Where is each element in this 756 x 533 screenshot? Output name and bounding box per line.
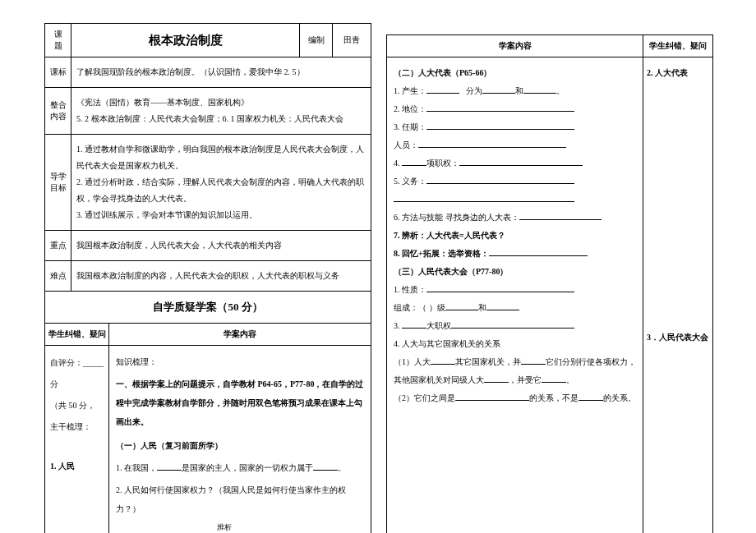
compiler-value: 田青	[333, 24, 371, 57]
blank	[489, 249, 588, 256]
s3-1b: 组成：（ ）级和	[394, 299, 636, 317]
blank	[431, 357, 455, 365]
kebiao-label: 课标	[45, 57, 71, 87]
zhongdian-content: 我国根本政治制度，人民代表大会，人大代表的相关内容	[71, 231, 371, 260]
side-n2: 2. 人大代表	[647, 64, 709, 82]
bl-2: （共 50 分，	[50, 395, 104, 416]
r-body-row: （二）人大代表（P65-66） 1. 产生： 分为和。 2. 地位： 3. 任期…	[387, 57, 712, 533]
blank	[426, 285, 574, 292]
s2-4b: 项职权：	[426, 159, 459, 168]
daoxue-label: 导学 目标	[45, 135, 71, 230]
blank	[402, 321, 426, 329]
s2-3-lbl: 3. 任期：	[394, 122, 426, 131]
blank	[426, 177, 574, 184]
blank	[313, 463, 338, 471]
zhenghe-content: 《宪法（国情）教育——基本制度、国家机构》 5. 2 根本政治制度：人民代表大会…	[71, 88, 371, 134]
br-3: （一）人民（复习前面所学）	[116, 436, 364, 455]
zhenghe-line2: 5. 2 根本政治制度：人民代表大会制度；6. 1 国家权力机关：人民代表大会	[76, 111, 366, 127]
br-4-pre: 1. 在我国，	[116, 463, 157, 472]
row-kebiao: 课标 了解我国现阶段的根本政治制度。（认识国情，爱我中华 2. 5）	[45, 57, 371, 88]
s3-42: （2）它们之间是的关系，不是的关系。	[394, 389, 636, 407]
blank	[484, 375, 509, 383]
row-daoxue: 导学 目标 1. 通过教材自学和微课助学，明白我国的根本政治制度是人民代表大会制…	[45, 135, 371, 231]
sub-header-left: 学生纠错、疑问	[45, 324, 109, 345]
blank	[455, 393, 529, 401]
blank	[523, 86, 556, 94]
s3-3a: 3.	[394, 321, 402, 330]
s2-5-lbl: 5. 义务：	[394, 177, 426, 186]
blank	[418, 140, 566, 148]
nandian-content: 我国根本政治制度的内容，人民代表大会的职权，人大代表的职权与义务	[71, 261, 371, 291]
s2-7: 7. 辨析：人大代表=人民代表？	[394, 227, 636, 245]
s3-title: （三）人民代表大会（P77-80）	[394, 263, 636, 281]
sub-header-row: 学生纠错、疑问 学案内容	[45, 324, 371, 346]
spacer	[116, 518, 364, 533]
s3-41d: ，并受它	[509, 375, 542, 384]
daoxue-line3: 3. 通过训练展示，学会对本节课的知识加以运用。	[76, 207, 366, 223]
body-left: 自评分：_____分 （共 50 分， 主干梳理： 1. 人民	[45, 346, 109, 533]
s2-3: 3. 任期：	[394, 118, 636, 136]
br-1: 知识梳理：	[116, 352, 364, 371]
br-2: 一、根据学案上的问题提示，自学教材 P64-65，P77-80，在自学的过程中完…	[116, 374, 364, 431]
body-right: 知识梳理： 一、根据学案上的问题提示，自学教材 P64-65，P77-80，在自…	[109, 346, 371, 533]
blank	[445, 303, 478, 310]
nandian-label: 难点	[45, 261, 71, 291]
s3-1c: 和	[478, 303, 486, 312]
side-n3: 3．人民代表大会	[647, 329, 709, 347]
blank	[521, 357, 546, 365]
header-row: 课 题 根本政治制度 编制 田青	[45, 24, 371, 57]
s2-1: 1. 产生： 分为和。	[394, 82, 636, 100]
s3-4: 4. 人大与其它国家机关的关系	[394, 335, 636, 353]
blank	[402, 159, 426, 166]
s3-42a: （2）它们之间是	[394, 393, 455, 402]
r-header-main: 学案内容	[387, 35, 643, 57]
blank	[394, 195, 574, 202]
r-body-main: （二）人大代表（P65-66） 1. 产生： 分为和。 2. 地位： 3. 任期…	[387, 57, 643, 533]
sub-header-right: 学案内容	[109, 324, 371, 345]
row-zhongdian: 重点 我国根本政治制度，人民代表大会，人大代表的相关内容	[45, 231, 371, 261]
s2-6: 6. 方法与技能 寻找身边的人大表：	[394, 209, 636, 227]
s2-3b: 人员：	[394, 136, 636, 154]
r-body-side: 2. 人大代表 3．人民代表大会	[643, 57, 712, 533]
body-row: 自评分：_____分 （共 50 分， 主干梳理： 1. 人民 知识梳理： 一、…	[45, 346, 371, 533]
s3-3: 3. 大职权	[394, 317, 636, 335]
r-header-side: 学生纠错、疑问	[643, 35, 712, 57]
s3-41: （1）人大其它国家机关，并它们分别行使各项权力，其他国家机关对同级人大，并受它。	[394, 353, 636, 389]
daoxue-content: 1. 通过教材自学和微课助学，明白我国的根本政治制度是人民代表大会制度，人民代表…	[71, 135, 371, 230]
zhenghe-label: 整合 内容	[45, 88, 71, 134]
s2-5: 5. 义务：	[394, 172, 636, 191]
s2-1a: 1. 产生：	[394, 86, 426, 95]
footer-fragment: 辨析	[217, 522, 232, 533]
s2-8: 8. 回忆+拓展：选举资格：	[394, 245, 636, 263]
s3-41b: 其它国家机关，并	[455, 357, 521, 366]
s3-42c: 的关系。	[603, 393, 636, 402]
section-title: 自学质疑学案（50 分）	[45, 292, 371, 324]
blank	[426, 122, 574, 130]
blank	[519, 213, 602, 220]
s2-5b	[394, 191, 636, 209]
right-column: 学案内容 学生纠错、疑问 （二）人大代表（P65-66） 1. 产生： 分为和。…	[386, 34, 713, 533]
left-column: 课 题 根本政治制度 编制 田青 课标 了解我国现阶段的根本政治制度。（认识国情…	[44, 23, 371, 533]
s2-1c: 和	[515, 86, 523, 95]
row-zhenghe: 整合 内容 《宪法（国情）教育——基本制度、国家机构》 5. 2 根本政治制度：…	[45, 88, 371, 135]
kebiao-content: 了解我国现阶段的根本政治制度。（认识国情，爱我中华 2. 5）	[71, 57, 371, 87]
daoxue-line1: 1. 通过教材自学和微课助学，明白我国的根本政治制度是人民代表大会制度，人民代表…	[76, 141, 366, 174]
s2-4: 4. 项职权：	[394, 154, 636, 172]
blank	[542, 375, 566, 383]
s2-4a: 4.	[394, 159, 402, 168]
bl-1: 自评分：_____分	[50, 352, 104, 395]
blank	[426, 86, 459, 94]
s3-42b: 的关系，不是	[529, 393, 579, 402]
topic-label: 课 题	[45, 24, 71, 57]
zhongdian-label: 重点	[45, 231, 71, 260]
blank	[426, 104, 574, 112]
s2-3b-lbl: 人员：	[394, 140, 418, 149]
s3-3b: 大职权	[426, 321, 451, 330]
s2-6-lbl: 6. 方法与技能 寻找身边的人大表：	[394, 213, 519, 222]
br-4: 1. 在我国，是国家的主人，国家的一切权力属于。	[116, 458, 364, 477]
s3-41a: （1）人大	[394, 357, 431, 366]
bl-3: 主干梳理：	[50, 416, 104, 438]
s2-2: 2. 地位：	[394, 100, 636, 118]
row-nandian: 难点 我国根本政治制度的内容，人民代表大会的职权，人大代表的职权与义务	[45, 261, 371, 292]
bl-4: 1. 人民	[50, 456, 104, 477]
